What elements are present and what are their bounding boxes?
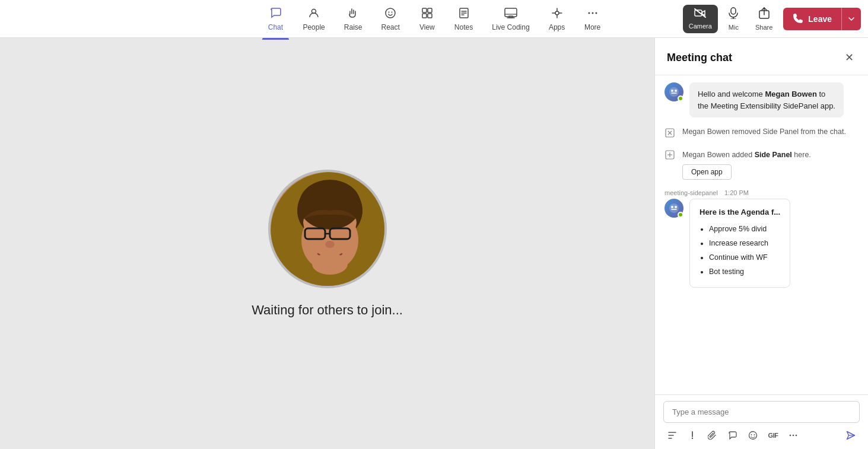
svg-point-53: [754, 434, 755, 435]
nav-item-apps[interactable]: Apps: [540, 2, 574, 35]
close-chat-button[interactable]: ✕: [842, 50, 856, 65]
bot-avatar: [664, 82, 683, 101]
people-label: People: [303, 23, 325, 31]
nav-item-more[interactable]: More: [576, 2, 609, 35]
loop-icon[interactable]: [724, 426, 742, 444]
mic-label: Mic: [729, 24, 739, 31]
attach-icon[interactable]: [704, 426, 721, 444]
camera-label: Camera: [689, 23, 712, 30]
topbar: Chat People Raise: [0, 0, 868, 38]
waiting-text: Waiting for others to join...: [252, 302, 403, 318]
livecoding-label: Live Coding: [492, 23, 529, 31]
react-icon: [384, 7, 396, 21]
nav-item-chat[interactable]: Chat: [259, 2, 292, 35]
raise-icon: [347, 7, 359, 21]
system-add-content: Megan Bowen added Side Panel here. Open …: [682, 149, 811, 180]
svg-rect-7: [428, 14, 432, 18]
svg-point-2: [389, 12, 390, 13]
svg-point-54: [790, 435, 791, 437]
svg-point-48: [669, 203, 679, 213]
nav-item-people[interactable]: People: [294, 2, 333, 35]
apps-icon: [551, 7, 563, 21]
more-label: More: [584, 23, 600, 31]
online-indicator-2: [678, 212, 683, 218]
format-icon[interactable]: [663, 426, 681, 444]
leave-main-button[interactable]: Leave: [783, 8, 841, 30]
nav-item-react[interactable]: React: [373, 2, 408, 35]
system-add-text: Megan Bowen added Side Panel here.: [682, 151, 811, 159]
svg-point-35: [299, 180, 361, 230]
participant-avatar: [268, 170, 387, 288]
nav-item-notes[interactable]: Notes: [446, 2, 481, 35]
svg-rect-5: [428, 8, 432, 12]
leave-label: Leave: [808, 14, 832, 24]
list-item: Increase research: [709, 237, 780, 249]
nav-item-livecoding[interactable]: Live Coding: [484, 2, 538, 35]
svg-rect-12: [505, 8, 517, 17]
svg-point-21: [588, 12, 590, 14]
share-label: Share: [755, 24, 772, 31]
chat-toolbar: GIF: [663, 423, 860, 445]
view-icon: [421, 7, 433, 21]
nav-item-raise[interactable]: Raise: [336, 2, 371, 35]
gif-icon[interactable]: GIF: [764, 426, 782, 444]
leave-chevron-button[interactable]: [842, 8, 861, 30]
svg-point-56: [796, 435, 797, 437]
agenda-card: Here is the Agenda f... Approve 5% divid…: [689, 199, 790, 288]
list-item: meeting-sidepanel 1:20 PM Here is the Ag…: [664, 189, 859, 288]
notes-label: Notes: [454, 23, 473, 31]
list-item: Approve 5% divid: [709, 223, 780, 235]
chat-title: Meeting chat: [667, 52, 732, 64]
svg-point-50: [692, 438, 693, 439]
agenda-list: Approve 5% divid Increase research Conti…: [700, 223, 780, 278]
chat-panel: Meeting chat ✕ Hello and welcome Megan B…: [654, 38, 868, 449]
agenda-title: Here is the Agenda f...: [700, 206, 780, 219]
more-toolbar-icon[interactable]: [784, 426, 802, 444]
svg-point-1: [386, 8, 395, 18]
svg-point-22: [592, 12, 593, 14]
emoji-icon[interactable]: [744, 426, 762, 444]
list-item: Hello and welcome Megan Bowen to the Mee…: [664, 82, 859, 117]
svg-rect-26: [731, 8, 736, 14]
svg-rect-4: [422, 8, 427, 12]
system-remove-text: Megan Bowen removed Side Panel from the …: [682, 127, 846, 138]
list-item: Megan Bowen removed Side Panel from the …: [664, 127, 859, 139]
send-button[interactable]: [842, 426, 860, 444]
svg-rect-6: [422, 14, 427, 18]
nav-item-view[interactable]: View: [411, 2, 444, 35]
livecoding-icon: [504, 7, 517, 21]
message-time: 1:20 PM: [724, 189, 749, 196]
list-item: Bot testing: [709, 266, 780, 278]
svg-point-23: [595, 12, 597, 14]
open-app-button[interactable]: Open app: [682, 164, 732, 180]
svg-point-41: [669, 87, 679, 97]
chat-messages: Hello and welcome Megan Bowen to the Mee…: [655, 75, 868, 394]
mic-button[interactable]: Mic: [723, 4, 745, 34]
share-icon: [759, 7, 770, 22]
priority-icon[interactable]: [683, 426, 701, 444]
camera-icon: [694, 8, 706, 21]
chat-input-area: GIF: [655, 394, 868, 449]
nav-bar: Chat People Raise: [259, 2, 609, 35]
svg-point-52: [751, 434, 752, 435]
leave-phone-icon: [793, 12, 803, 25]
svg-point-39: [325, 241, 335, 248]
bot-avatar-2: [664, 199, 683, 218]
system-add-icon: [664, 149, 676, 161]
view-label: View: [419, 23, 435, 31]
online-indicator: [678, 95, 683, 101]
svg-point-40: [312, 253, 348, 275]
apps-label: Apps: [549, 23, 565, 31]
message-input[interactable]: [663, 401, 860, 423]
svg-point-55: [793, 435, 794, 437]
chat-label: Chat: [268, 23, 283, 31]
topbar-right: Camera Mic Share: [683, 4, 861, 34]
svg-point-3: [392, 12, 393, 13]
main-content: Waiting for others to join... Meeting ch…: [0, 38, 868, 449]
system-icon: [664, 128, 676, 139]
agenda-message-row: Here is the Agenda f... Approve 5% divid…: [664, 199, 859, 288]
message-sender: meeting-sidepanel: [664, 189, 718, 196]
mic-icon: [729, 7, 738, 22]
camera-button[interactable]: Camera: [683, 5, 718, 33]
share-button[interactable]: Share: [749, 4, 778, 34]
